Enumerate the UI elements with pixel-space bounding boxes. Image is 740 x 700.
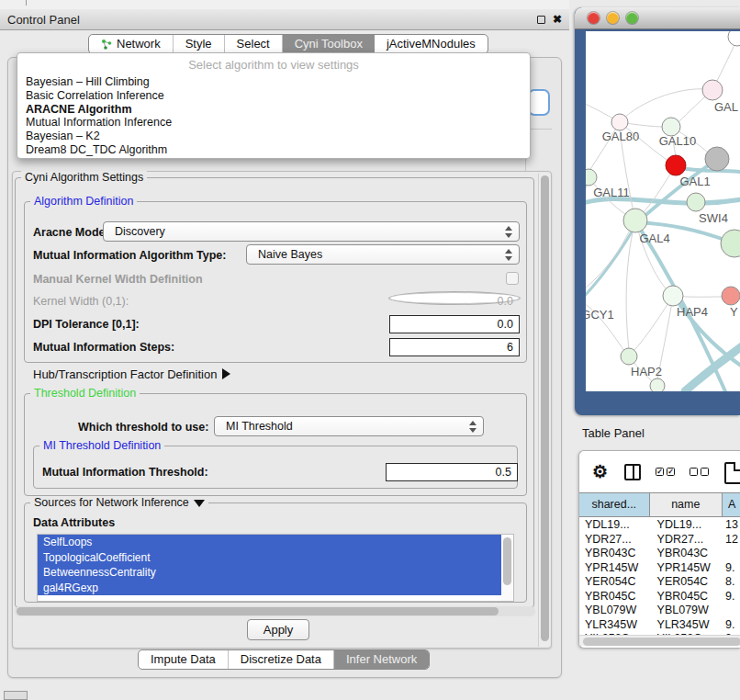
mi-type-value: Naive Bayes (258, 248, 322, 261)
select-all-checkboxes-icon[interactable]: ✓✓ (656, 468, 675, 476)
which-threshold-combo[interactable]: MI Threshold (214, 416, 484, 436)
network-canvas[interactable]: GALGAL80GAL10GAL1GAL11SWI4GAL4GCY1HAP4YH… (586, 31, 740, 391)
network-node-label: GAL4 (639, 231, 669, 245)
mac-close-button[interactable] (588, 12, 600, 24)
dropdown-item[interactable]: ARACNE Algorithm (17, 103, 530, 117)
table-horizontal-scrollbar[interactable] (579, 635, 740, 646)
tab-infer-network[interactable]: Infer Network (334, 650, 429, 669)
network-node[interactable] (728, 31, 740, 46)
table-row[interactable]: YDR27...YDR27...12 (579, 533, 740, 548)
dropdown-item[interactable]: Mutual Information Inference (17, 116, 530, 130)
tab-cyni-toolbox[interactable]: Cyni Toolbox (283, 35, 375, 53)
column-header-clipped[interactable]: A (723, 493, 740, 516)
mac-minimize-button[interactable] (607, 12, 619, 24)
network-window-titlebar[interactable] (575, 7, 740, 29)
table-row[interactable]: YPR145WYPR145W9. (579, 561, 740, 576)
network-node-label: HAP4 (677, 305, 708, 319)
file-icon[interactable] (724, 462, 740, 484)
dropdown-item[interactable]: Basic Correlation Inference (17, 89, 530, 103)
network-node[interactable] (663, 286, 683, 306)
sources-title[interactable]: Sources for Network Inference (30, 496, 208, 509)
network-node[interactable] (586, 169, 597, 186)
table-row[interactable]: YDL19...YDL19...13 (579, 518, 740, 533)
gear-icon[interactable]: ⚙ (592, 461, 608, 482)
attribute-list-item[interactable]: TopologicalCoefficient (38, 550, 501, 566)
hub-definition-label: Hub/Transcription Factor Definition (33, 367, 217, 381)
network-node[interactable] (705, 147, 729, 171)
tab-discretize-data[interactable]: Discretize Data (229, 650, 334, 669)
which-threshold-value: MI Threshold (226, 420, 293, 433)
table-cell: 12 (723, 533, 740, 548)
dpi-tolerance-field[interactable]: 0.0 (389, 315, 520, 333)
dropdown-item[interactable]: Bayesian – Hill Climbing (17, 75, 530, 89)
network-node[interactable] (702, 80, 723, 100)
network-edge (586, 297, 624, 351)
tab-style[interactable]: Style (174, 35, 225, 53)
tab-network[interactable]: Network (89, 35, 174, 53)
dropdown-item[interactable]: Dream8 DC_TDC Algorithm (17, 143, 530, 157)
table-cell: YLR345W (579, 618, 650, 633)
mi-threshold-value: 0.5 (496, 466, 511, 479)
table-cell: 9. (723, 561, 740, 576)
mi-threshold-field[interactable]: 0.5 (386, 463, 518, 481)
tab-select[interactable]: Select (225, 35, 283, 53)
kernel-width-field[interactable]: 0.0 (389, 292, 520, 304)
sources-title-label: Sources for Network Inference (34, 496, 189, 509)
settings-horizontal-scrollbar[interactable] (15, 606, 535, 616)
table-cell (723, 604, 740, 618)
table-row[interactable]: YBL079WYBL079W (579, 604, 740, 618)
mi-type-combo[interactable]: Naive Bayes (246, 244, 520, 265)
threshold-definition-title: Threshold Definition (30, 387, 140, 400)
close-icon[interactable]: ✖ (553, 14, 562, 25)
table-row[interactable]: YBR043CYBR043C (579, 547, 740, 561)
column-view-icon[interactable] (624, 464, 641, 480)
column-header-shared-name[interactable]: shared... (579, 493, 650, 516)
table-row[interactable]: YER054CYER054C8. (579, 575, 740, 590)
tab-infer-network-label: Infer Network (346, 650, 417, 669)
mac-zoom-button[interactable] (626, 12, 638, 24)
network-node[interactable] (611, 114, 628, 130)
network-node-label: GCY1 (586, 308, 614, 322)
network-node[interactable] (623, 209, 647, 232)
network-node[interactable] (662, 118, 680, 136)
tab-jactivemnodules[interactable]: jActiveMNodules (375, 35, 488, 53)
network-node[interactable] (687, 193, 705, 211)
settings-vertical-scrollbar[interactable] (538, 174, 550, 647)
float-window-icon[interactable] (537, 16, 545, 24)
network-node[interactable] (666, 155, 686, 175)
network-view-window: GALGAL80GAL10GAL1GAL11SWI4GAL4GCY1HAP4YH… (575, 7, 740, 415)
mi-threshold-definition-title: MI Threshold Definition (39, 439, 164, 452)
table-row[interactable]: YLR345WYLR345W9. (579, 618, 740, 633)
top-strip (0, 0, 569, 9)
tab-select-label: Select (237, 35, 270, 53)
table-row[interactable]: YBR045CYBR045C9. (579, 590, 740, 604)
attribute-list-item[interactable]: BetweennessCentrality (38, 565, 501, 581)
kernel-width-value: 0.0 (498, 295, 513, 308)
dropdown-item[interactable]: Bayesian – K2 (17, 130, 530, 143)
algorithm-dropdown-popup: Select algorithm to view settings Bayesi… (17, 52, 531, 159)
manual-kernel-checkbox[interactable] (506, 272, 519, 285)
hub-definition-toggle[interactable]: Hub/Transcription Factor Definition (33, 367, 230, 381)
aracne-mode-value: Discovery (115, 225, 165, 238)
network-node[interactable] (650, 378, 665, 391)
data-attributes-list[interactable]: SelfLoopsTopologicalCoefficientBetweenne… (37, 534, 514, 602)
network-node[interactable] (621, 348, 637, 365)
top-tabbar: Network Style Select Cyni Toolbox jActiv… (88, 34, 488, 54)
network-node-label: GAL1 (679, 175, 710, 188)
network-node[interactable] (721, 230, 740, 257)
network-node-label: HAP2 (631, 365, 662, 378)
table-cell: YBR045C (579, 590, 650, 604)
manual-kernel-label: Manual Kernel Width Definition (33, 273, 203, 286)
column-header-name[interactable]: name (650, 493, 723, 516)
attribute-list-item[interactable]: gal4RGexp (38, 581, 501, 596)
deselect-checkboxes-icon[interactable] (690, 468, 709, 476)
aracne-mode-combo[interactable]: Discovery (103, 221, 520, 242)
mi-steps-field[interactable]: 6 (389, 338, 520, 356)
attribute-list-item[interactable]: SelfLoops (38, 535, 501, 550)
network-node[interactable] (722, 287, 740, 305)
table-cell: YPR145W (650, 561, 723, 576)
tab-impute-data[interactable]: Impute Data (139, 650, 229, 669)
apply-button[interactable]: Apply (247, 619, 309, 640)
attributes-scrollbar[interactable] (501, 536, 512, 601)
table-cell: YER054C (579, 575, 650, 590)
